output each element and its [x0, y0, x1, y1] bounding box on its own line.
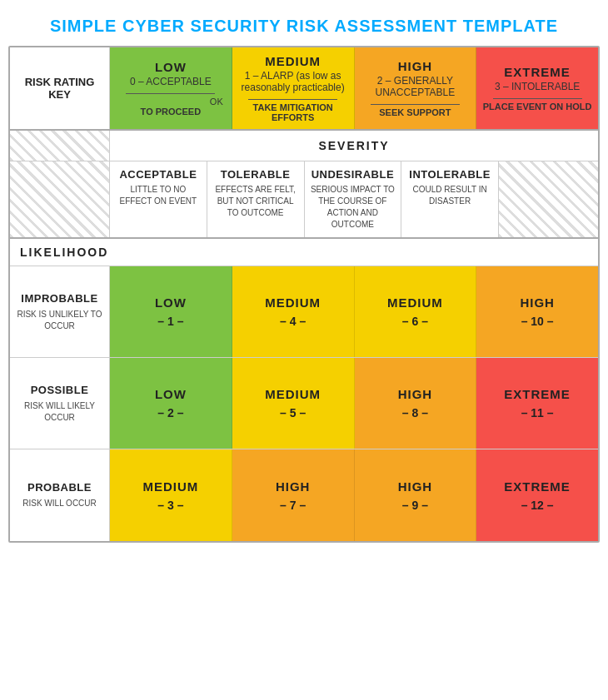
data-cell-pos-4: EXTREME – 11 –	[476, 358, 598, 449]
likelihood-row-improbable: IMPROBABLE RISK IS UNLIKELY TO OCCUR LOW…	[10, 266, 598, 358]
rk-level-low: LOW	[155, 60, 187, 74]
sev-desc-tolerable: EFFECTS ARE FELT, BUT NOT CRITICAL TO OU…	[212, 184, 299, 219]
dc-level-imp-1: LOW	[155, 295, 187, 310]
data-cell-prob-3: HIGH – 9 –	[355, 449, 477, 541]
data-cell-prob-1: MEDIUM – 3 –	[110, 449, 232, 541]
rk-action-extreme: PLACE EVENT ON HOLD	[483, 102, 592, 112]
rk-action-high: SEEK SUPPORT	[379, 107, 451, 117]
lh-desc-possible: RISK WILL LIKELY OCCUR	[17, 400, 102, 424]
dc-level-prob-3: HIGH	[398, 479, 433, 494]
rk-number-high: 2 – GENERALLY UNACCEPTABLE	[360, 75, 471, 98]
rk-number-low: 0 – ACCEPTABLE	[130, 76, 212, 87]
risk-key-cell-low: LOW 0 – ACCEPTABLE OK TO PROCEED	[110, 47, 232, 129]
rk-action-low: TO PROCEED	[141, 107, 202, 117]
dc-number-prob-1: – 3 –	[157, 499, 183, 512]
lh-name-probable: PROBABLE	[27, 481, 92, 494]
likelihood-header: LIKELIHOOD	[10, 239, 598, 266]
rk-action-medium: TAKE MITIGATION EFFORTS	[237, 102, 349, 122]
dc-number-prob-3: – 9 –	[402, 499, 428, 512]
sev-desc-intolerable: COULD RESULT IN DISASTER	[406, 184, 493, 207]
risk-key-label: RISK RATING KEY	[10, 47, 110, 129]
severity-title: SEVERITY	[110, 131, 598, 161]
page-title: SIMPLE CYBER SECURITY RISK ASSESSMENT TE…	[8, 8, 600, 46]
dc-number-imp-3: – 6 –	[402, 315, 428, 328]
rk-ok-low: OK	[115, 97, 227, 107]
dc-level-imp-3: MEDIUM	[387, 295, 443, 310]
severity-col-tolerable: TOLERABLE EFFECTS ARE FELT, BUT NOT CRIT…	[207, 161, 305, 237]
data-cell-prob-4: EXTREME – 12 –	[476, 449, 598, 541]
dc-number-prob-4: – 12 –	[521, 499, 554, 512]
sev-header-tolerable: TOLERABLE	[221, 168, 291, 181]
severity-header-row: SEVERITY	[10, 131, 598, 161]
likelihood-label-improbable: IMPROBABLE RISK IS UNLIKELY TO OCCUR	[10, 266, 110, 357]
rk-number-medium: 1 – ALARP (as low as reasonably practica…	[237, 70, 349, 93]
dc-number-prob-2: – 7 –	[280, 499, 306, 512]
dc-level-imp-2: MEDIUM	[265, 295, 321, 310]
severity-hatch-topleft	[10, 131, 110, 161]
dc-level-prob-4: EXTREME	[504, 479, 571, 494]
likelihood-label-possible: POSSIBLE RISK WILL LIKELY OCCUR	[10, 358, 110, 449]
severity-col-acceptable: ACCEPTABLE LITTLE TO NO EFFECT ON EVENT	[110, 161, 207, 237]
sev-header-intolerable: INTOLERABLE	[409, 168, 491, 181]
dc-number-pos-3: – 8 –	[402, 406, 428, 420]
dc-number-imp-1: – 1 –	[157, 315, 183, 328]
lh-name-improbable: IMPROBABLE	[21, 292, 97, 305]
risk-key-cell-medium: MEDIUM 1 – ALARP (as low as reasonably p…	[232, 47, 355, 129]
data-cell-pos-1: LOW – 2 –	[110, 358, 232, 449]
data-cell-prob-2: HIGH – 7 –	[232, 449, 355, 541]
likelihood-data-probable: MEDIUM – 3 – HIGH – 7 – HIGH – 9 – EXTRE…	[110, 449, 598, 541]
dc-number-pos-2: – 5 –	[280, 406, 306, 420]
data-cell-imp-1: LOW – 1 –	[110, 266, 232, 357]
sev-header-undesirable: UNDESIRABLE	[311, 168, 394, 181]
dc-number-pos-4: – 11 –	[521, 406, 554, 420]
severity-section: SEVERITY ACCEPTABLE LITTLE TO NO EFFECT …	[10, 131, 598, 239]
dc-level-pos-3: HIGH	[398, 387, 433, 401]
dc-level-prob-2: HIGH	[276, 479, 311, 494]
severity-col-undesirable: UNDESIRABLE SERIOUS IMPACT TO THE COURSE…	[305, 161, 402, 237]
dc-number-imp-4: – 10 –	[521, 315, 554, 328]
lh-name-possible: POSSIBLE	[31, 384, 89, 396]
severity-hatch-left	[10, 161, 110, 237]
severity-columns-row: ACCEPTABLE LITTLE TO NO EFFECT ON EVENT …	[10, 161, 598, 237]
likelihood-rows: IMPROBABLE RISK IS UNLIKELY TO OCCUR LOW…	[10, 266, 598, 541]
likelihood-row-possible: POSSIBLE RISK WILL LIKELY OCCUR LOW – 2 …	[10, 358, 598, 449]
risk-key-cell-extreme: EXTREME 3 – INTOLERABLE PLACE EVENT ON H…	[476, 47, 598, 129]
dc-level-pos-2: MEDIUM	[265, 387, 321, 401]
dc-level-imp-4: HIGH	[520, 295, 555, 310]
dc-level-pos-1: LOW	[155, 387, 187, 401]
data-cell-pos-2: MEDIUM – 5 –	[232, 358, 355, 449]
lh-desc-probable: RISK WILL OCCUR	[22, 498, 97, 509]
sev-header-acceptable: ACCEPTABLE	[119, 168, 197, 181]
severity-col-intolerable: INTOLERABLE COULD RESULT IN DISASTER	[401, 161, 498, 237]
sev-desc-acceptable: LITTLE TO NO EFFECT ON EVENT	[115, 184, 202, 207]
risk-key-cell-high: HIGH 2 – GENERALLY UNACCEPTABLE SEEK SUP…	[355, 47, 477, 129]
rk-level-high: HIGH	[398, 59, 433, 73]
lh-desc-improbable: RISK IS UNLIKELY TO OCCUR	[17, 309, 102, 332]
likelihood-data-improbable: LOW – 1 – MEDIUM – 4 – MEDIUM – 6 – HIGH…	[110, 266, 598, 357]
data-cell-imp-3: MEDIUM – 6 –	[355, 266, 477, 357]
data-cell-imp-2: MEDIUM – 4 –	[232, 266, 355, 357]
rk-number-extreme: 3 – INTOLERABLE	[495, 81, 581, 92]
risk-key-section: RISK RATING KEY LOW 0 – ACCEPTABLE OK TO…	[10, 47, 598, 131]
severity-hatch-right	[498, 161, 598, 237]
likelihood-row-probable: PROBABLE RISK WILL OCCUR MEDIUM – 3 – HI…	[10, 449, 598, 541]
rk-level-medium: MEDIUM	[265, 54, 321, 68]
sev-desc-undesirable: SERIOUS IMPACT TO THE COURSE OF ACTION A…	[310, 184, 396, 231]
likelihood-section: LIKELIHOOD IMPROBABLE RISK IS UNLIKELY T…	[10, 239, 598, 541]
data-cell-pos-3: HIGH – 8 –	[355, 358, 477, 449]
dc-level-prob-1: MEDIUM	[142, 479, 198, 494]
rk-level-extreme: EXTREME	[504, 65, 571, 79]
dc-level-pos-4: EXTREME	[504, 387, 571, 401]
dc-number-imp-2: – 4 –	[280, 315, 306, 328]
likelihood-data-possible: LOW – 2 – MEDIUM – 5 – HIGH – 8 – EXTREM…	[110, 358, 598, 449]
data-cell-imp-4: HIGH – 10 –	[476, 266, 598, 357]
dc-number-pos-1: – 2 –	[157, 406, 183, 420]
likelihood-label-probable: PROBABLE RISK WILL OCCUR	[10, 449, 110, 541]
risk-key-cells: LOW 0 – ACCEPTABLE OK TO PROCEED MEDIUM …	[110, 47, 598, 129]
